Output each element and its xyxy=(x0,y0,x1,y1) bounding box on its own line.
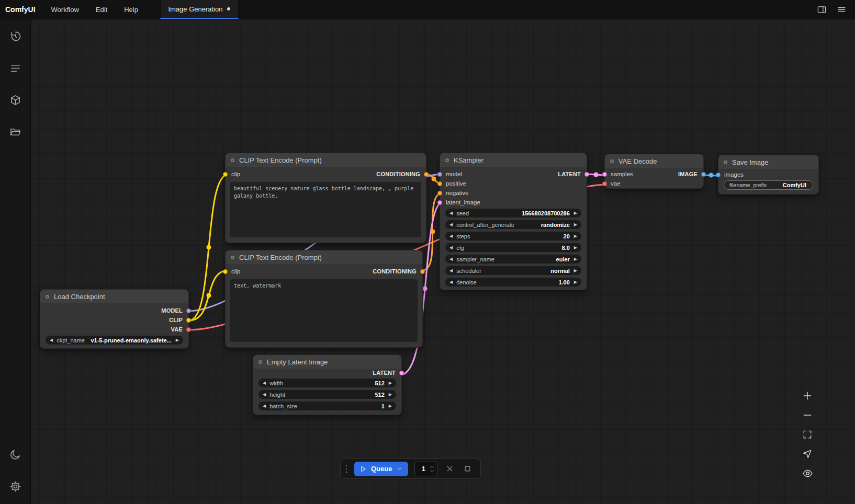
widget-filename-prefix[interactable]: filename_prefix ComfyUI xyxy=(724,180,813,190)
node-empty-latent-image[interactable]: Empty Latent Image LATENT ◀ width 512 ▶ … xyxy=(253,354,402,415)
stop-icon[interactable] xyxy=(462,463,473,475)
batch-count-stepper[interactable] xyxy=(430,465,435,473)
decrement-arrow-icon[interactable]: ◀ xyxy=(449,211,453,215)
toggle-link-visibility-icon[interactable] xyxy=(802,467,813,479)
widget-batch-size[interactable]: ◀ batch_size 1 ▶ xyxy=(258,402,396,410)
widget-sampler-name[interactable]: ◀ sampler_name euler ▶ xyxy=(445,255,581,264)
collapse-dot-icon[interactable] xyxy=(258,360,262,364)
clear-queue-icon[interactable] xyxy=(444,463,455,475)
decrement-arrow-icon[interactable]: ◀ xyxy=(449,223,453,227)
collapse-dot-icon[interactable] xyxy=(610,159,614,163)
drag-handle-icon[interactable] xyxy=(345,464,348,474)
output-port-model[interactable] xyxy=(186,308,191,313)
increment-arrow-icon[interactable]: ▶ xyxy=(574,223,577,227)
batch-count-input[interactable]: 1 xyxy=(414,462,437,476)
node-header[interactable]: VAE Decode xyxy=(605,154,703,168)
node-library-icon[interactable] xyxy=(5,58,26,78)
decrement-arrow-icon[interactable]: ◀ xyxy=(449,280,453,284)
zoom-out-icon[interactable] xyxy=(802,409,813,421)
decrement-arrow-icon[interactable]: ◀ xyxy=(263,381,266,385)
increment-arrow-icon[interactable]: ▶ xyxy=(574,257,577,261)
output-port-conditioning[interactable] xyxy=(420,269,425,274)
input-port-model[interactable] xyxy=(437,172,442,177)
prompt-textarea[interactable]: beautiful scenery nature glass bottle la… xyxy=(230,182,421,237)
workflows-folder-icon[interactable] xyxy=(5,121,26,142)
node-header[interactable]: Save Image xyxy=(718,155,818,169)
input-port-images[interactable] xyxy=(716,173,721,177)
decrement-arrow-icon[interactable]: ◀ xyxy=(50,338,53,342)
queue-history-icon[interactable] xyxy=(5,26,26,47)
increment-arrow-icon[interactable]: ▶ xyxy=(574,211,577,215)
fit-view-icon[interactable] xyxy=(802,429,813,440)
zoom-in-icon[interactable] xyxy=(802,390,813,402)
graph-canvas[interactable]: CLIP Text Encode (Prompt) clip CONDITION… xyxy=(31,19,855,504)
collapse-dot-icon[interactable] xyxy=(46,295,49,299)
node-header[interactable]: CLIP Text Encode (Prompt) xyxy=(226,250,422,264)
input-port-clip[interactable] xyxy=(223,172,228,177)
widget-width[interactable]: ◀ width 512 ▶ xyxy=(258,379,396,387)
decrement-arrow-icon[interactable]: ◀ xyxy=(263,404,266,408)
widget-seed[interactable]: ◀ seed 156680208700286 ▶ xyxy=(445,209,581,217)
output-port-image[interactable] xyxy=(701,172,706,177)
input-port-samples[interactable] xyxy=(602,172,607,177)
widget-steps[interactable]: ◀ steps 20 ▶ xyxy=(445,232,581,240)
menu-workflow[interactable]: Workflow xyxy=(43,0,87,19)
input-port-positive[interactable] xyxy=(437,181,442,186)
widget-control-after-generate[interactable]: ◀ control_after_generate randomize ▶ xyxy=(445,220,581,229)
model-library-icon[interactable] xyxy=(5,89,26,110)
hamburger-menu-icon[interactable] xyxy=(835,3,848,16)
increment-arrow-icon[interactable]: ▶ xyxy=(574,246,577,250)
select-mode-icon[interactable] xyxy=(802,448,813,460)
increment-arrow-icon[interactable]: ▶ xyxy=(574,280,577,284)
increment-arrow-icon[interactable]: ▶ xyxy=(574,234,577,238)
decrement-arrow-icon[interactable]: ◀ xyxy=(449,246,453,250)
widget-height[interactable]: ◀ height 512 ▶ xyxy=(258,390,396,399)
node-header[interactable]: Empty Latent Image xyxy=(253,355,401,369)
increment-arrow-icon[interactable]: ▶ xyxy=(574,269,577,273)
menu-edit[interactable]: Edit xyxy=(87,0,116,19)
node-header[interactable]: KSampler xyxy=(440,153,587,167)
widget-ckpt-name[interactable]: ◀ ckpt_name v1-5-pruned-emaonly.safete..… xyxy=(46,336,183,345)
node-header[interactable]: Load Checkpoint xyxy=(40,290,188,303)
chevron-down-icon[interactable] xyxy=(396,465,403,472)
increment-arrow-icon[interactable]: ▶ xyxy=(389,404,392,408)
collapse-dot-icon[interactable] xyxy=(231,256,234,259)
input-port-vae[interactable] xyxy=(602,181,607,186)
widget-scheduler[interactable]: ◀ scheduler normal ▶ xyxy=(445,266,581,275)
node-clip-text-encode-positive[interactable]: CLIP Text Encode (Prompt) clip CONDITION… xyxy=(225,153,426,243)
increment-arrow-icon[interactable]: ▶ xyxy=(389,393,392,397)
node-ksampler[interactable]: KSampler model LATENT positive negative … xyxy=(440,153,587,290)
collapse-dot-icon[interactable] xyxy=(231,158,234,162)
output-port-clip[interactable] xyxy=(186,318,191,323)
increment-arrow-icon[interactable]: ▶ xyxy=(176,338,179,342)
output-port-latent[interactable] xyxy=(399,371,404,375)
decrement-arrow-icon[interactable]: ◀ xyxy=(263,393,266,397)
output-port-vae[interactable] xyxy=(186,327,191,332)
input-port-clip[interactable] xyxy=(223,269,228,274)
node-header[interactable]: CLIP Text Encode (Prompt) xyxy=(226,153,426,167)
tab-image-generation[interactable]: Image Generation xyxy=(160,0,239,19)
increment-arrow-icon[interactable]: ▶ xyxy=(389,381,392,385)
node-vae-decode[interactable]: VAE Decode samples IMAGE vae xyxy=(604,154,704,189)
node-clip-text-encode-negative[interactable]: CLIP Text Encode (Prompt) clip CONDITION… xyxy=(225,250,423,348)
step-down-icon[interactable] xyxy=(430,469,435,473)
panel-toggle-icon[interactable] xyxy=(815,3,828,16)
decrement-arrow-icon[interactable]: ◀ xyxy=(449,269,453,273)
prompt-textarea[interactable]: text, watermark xyxy=(230,279,418,342)
input-port-negative[interactable] xyxy=(437,191,442,196)
theme-moon-icon[interactable] xyxy=(5,444,26,465)
step-up-icon[interactable] xyxy=(430,465,435,468)
widget-cfg[interactable]: ◀ cfg 8.0 ▶ xyxy=(445,243,581,252)
output-port-latent[interactable] xyxy=(584,172,589,177)
menu-help[interactable]: Help xyxy=(116,0,147,19)
node-load-checkpoint[interactable]: Load Checkpoint MODEL CLIP VAE ◀ ckpt_na… xyxy=(40,289,189,349)
collapse-dot-icon[interactable] xyxy=(724,161,727,164)
collapse-dot-icon[interactable] xyxy=(445,158,449,162)
node-save-image[interactable]: Save Image images filename_prefix ComfyU… xyxy=(718,155,819,194)
input-port-latent-image[interactable] xyxy=(437,200,442,205)
settings-gear-icon[interactable] xyxy=(5,476,26,497)
widget-denoise[interactable]: ◀ denoise 1.00 ▶ xyxy=(445,278,581,287)
queue-button[interactable]: Queue xyxy=(354,462,408,476)
output-port-conditioning[interactable] xyxy=(424,172,429,177)
decrement-arrow-icon[interactable]: ◀ xyxy=(449,234,453,238)
